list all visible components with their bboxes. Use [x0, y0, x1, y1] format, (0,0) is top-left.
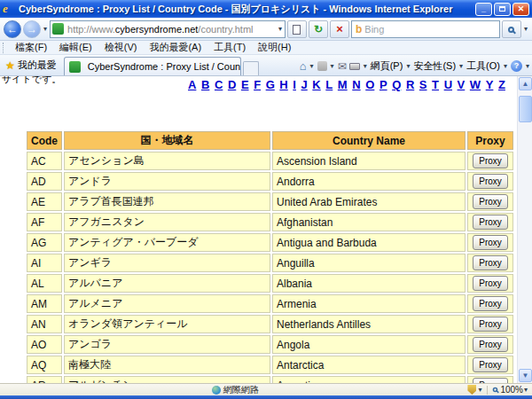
cell-country-name-en: Angola [272, 335, 466, 354]
safety-menu-button[interactable]: 安全性(S) [413, 59, 456, 73]
proxy-button[interactable]: Proxy [473, 276, 508, 291]
protected-mode-icon[interactable] [467, 385, 476, 395]
proxy-button[interactable]: Proxy [473, 317, 508, 332]
minimize-button[interactable]: _ [475, 3, 492, 16]
alphabet-link[interactable]: O [365, 78, 374, 91]
proxy-button[interactable]: Proxy [473, 296, 508, 311]
menu-item[interactable]: 說明(H) [252, 41, 297, 54]
help-icon[interactable]: ? [511, 60, 522, 72]
back-button[interactable]: ← [4, 20, 21, 38]
page-menu-dropdown-icon[interactable]: ▾ [405, 62, 411, 70]
forward-button[interactable]: → [23, 20, 41, 38]
menu-item[interactable]: 編輯(E) [53, 41, 98, 54]
site-favicon-icon [52, 23, 64, 35]
alphabet-link[interactable]: E [241, 78, 249, 91]
alphabet-link[interactable]: Z [498, 78, 505, 91]
tools-menu-dropdown-icon[interactable]: ▾ [503, 62, 508, 70]
cell-country-code: AG [27, 233, 62, 252]
alphabet-link[interactable]: Y [486, 78, 494, 91]
cell-country-name-en: Andorra [272, 172, 466, 191]
alphabet-link[interactable]: I [293, 78, 296, 91]
menu-bar: 檔案(F)編輯(E)檢視(V)我的最愛(A)工具(T)說明(H) [0, 41, 532, 55]
alphabet-link[interactable]: U [444, 78, 452, 91]
mail-icon[interactable]: ✉ [338, 60, 347, 73]
proxy-button[interactable]: Proxy [473, 174, 508, 189]
alphabet-link[interactable]: G [266, 78, 275, 91]
cell-country-name-en: Netherlands Antilles [272, 315, 466, 333]
alphabet-link[interactable]: B [201, 78, 209, 91]
cell-country-code: AL [27, 274, 62, 293]
proxy-button[interactable]: Proxy [473, 255, 508, 270]
restore-button[interactable] [494, 3, 511, 16]
table-row: AD アンドラ Andorra Proxy [27, 172, 513, 191]
alphabet-link[interactable]: V [458, 78, 466, 91]
alphabet-link[interactable]: F [254, 78, 261, 91]
cell-proxy: Proxy [467, 254, 513, 272]
table-row: AG アンティグア・バーブーダ Antigua and Barbuda Prox… [27, 233, 513, 252]
alphabet-link[interactable]: J [301, 78, 308, 91]
scrollbar-thumb[interactable] [519, 96, 532, 122]
proxy-button[interactable]: Proxy [473, 357, 508, 372]
safety-menu-dropdown-icon[interactable]: ▾ [458, 62, 464, 70]
alphabet-link[interactable]: P [379, 78, 387, 91]
close-button[interactable]: ✕ [512, 3, 529, 16]
proxy-button[interactable]: Proxy [473, 215, 508, 230]
menu-item[interactable]: 檔案(F) [9, 41, 53, 54]
zoom-level[interactable]: 100% [500, 385, 523, 395]
alphabet-link[interactable]: S [419, 78, 427, 91]
home-icon[interactable]: ⌂ [300, 59, 307, 73]
print-dropdown-icon[interactable]: ▾ [363, 62, 368, 70]
status-separator [487, 386, 488, 395]
search-options-dropdown-icon[interactable]: ▾ [523, 25, 528, 33]
alphabet-link[interactable]: T [432, 78, 439, 91]
alphabet-link[interactable]: C [215, 78, 223, 91]
menu-item[interactable]: 我的最愛(A) [143, 41, 207, 54]
protected-mode-dropdown-icon[interactable]: ▾ [477, 386, 482, 394]
address-bar[interactable]: http://www.cybersyndrome.net/country.htm… [50, 20, 286, 38]
tab-current[interactable]: CyberSyndrome : Proxy List / Country Cod… [64, 57, 241, 75]
help-dropdown-icon[interactable]: ▾ [525, 62, 530, 70]
zoom-icon[interactable] [493, 387, 498, 393]
alphabet-link[interactable]: D [228, 78, 236, 91]
menu-item[interactable]: 工具(T) [207, 41, 252, 54]
cell-country-name-en: Albania [272, 274, 466, 293]
proxy-button[interactable]: Proxy [473, 378, 508, 383]
cell-country-code: AI [27, 254, 62, 272]
alphabet-link[interactable]: A [188, 78, 196, 91]
alphabet-link[interactable]: M [338, 78, 348, 91]
menu-item[interactable]: 檢視(V) [98, 41, 144, 54]
table-row: AM アルメニア Armenia Proxy [27, 294, 513, 313]
proxy-button[interactable]: Proxy [473, 337, 508, 352]
alphabet-link[interactable]: W [470, 78, 481, 91]
compatibility-view-button[interactable] [287, 20, 307, 38]
address-dropdown-icon[interactable]: ▾ [278, 25, 283, 33]
table-row: AO アンゴラ Angola Proxy [27, 335, 513, 354]
search-button[interactable] [502, 20, 521, 38]
stop-button[interactable]: × [330, 20, 349, 38]
home-dropdown-icon[interactable]: ▾ [309, 62, 315, 70]
proxy-button[interactable]: Proxy [473, 194, 508, 209]
alphabet-link[interactable]: N [352, 78, 360, 91]
cell-proxy: Proxy [467, 356, 513, 374]
scroll-up-button[interactable]: ▲ [519, 77, 532, 90]
print-icon[interactable] [349, 63, 360, 70]
alphabet-link[interactable]: R [406, 78, 414, 91]
proxy-button[interactable]: Proxy [473, 235, 508, 250]
browser-window: e CyberSyndrome : Proxy List / Country C… [0, 0, 532, 399]
alphabet-link[interactable]: K [312, 78, 320, 91]
history-dropdown-icon[interactable]: ▾ [43, 25, 48, 33]
scroll-down-button[interactable]: ▼ [519, 369, 532, 382]
favorites-button[interactable]: ★ 我的最愛 [2, 57, 64, 75]
alphabet-link[interactable]: H [279, 78, 287, 91]
vertical-scrollbar[interactable]: ▲ ▼ [517, 76, 532, 383]
refresh-button[interactable]: ↻ [309, 20, 328, 38]
search-input[interactable]: b Bing [351, 20, 500, 38]
status-bar: 網際網路 ▾ 100% ▾ [0, 383, 532, 395]
tools-menu-button[interactable]: 工具(O) [466, 59, 500, 73]
zoom-dropdown-icon[interactable]: ▾ [523, 386, 528, 394]
alphabet-link[interactable]: Q [392, 78, 401, 91]
new-tab-button[interactable] [243, 61, 259, 75]
page-menu-button[interactable]: 網頁(P) [371, 59, 403, 73]
alphabet-link[interactable]: L [325, 78, 332, 91]
proxy-button[interactable]: Proxy [473, 153, 508, 168]
